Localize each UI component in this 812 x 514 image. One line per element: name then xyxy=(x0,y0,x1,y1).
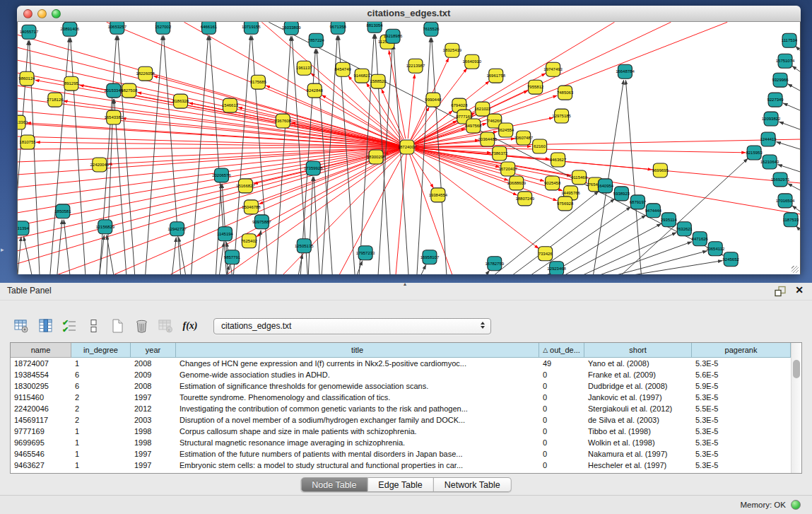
cell-title[interactable]: Estimation of the future numbers of pati… xyxy=(176,448,539,460)
cell-out_degree[interactable]: 0 xyxy=(539,426,584,437)
graph-node[interactable]: 10719155 xyxy=(242,22,261,34)
cell-year[interactable]: 2008 xyxy=(131,380,176,392)
graph-node[interactable]: 1810755 xyxy=(19,135,36,149)
cell-out_degree[interactable]: 0 xyxy=(539,448,584,460)
graph-edge[interactable] xyxy=(625,80,641,274)
graph-edge[interactable] xyxy=(71,37,86,274)
table-mode-icon[interactable] xyxy=(11,317,33,335)
graph-node[interactable]: 9025458 xyxy=(544,176,561,190)
tab-edge-table[interactable]: Edge Table xyxy=(367,477,433,492)
graph-edge[interactable] xyxy=(163,35,180,274)
cell-pagerank[interactable]: 5.3E-5 xyxy=(692,392,791,403)
graph-edge[interactable] xyxy=(314,177,319,274)
graph-node[interactable]: 9146821 xyxy=(353,69,370,83)
graph-edge[interactable] xyxy=(339,147,407,274)
graph-node[interactable]: 16958107 xyxy=(420,250,440,264)
graph-edge[interactable] xyxy=(382,89,404,139)
table-row[interactable]: 1456911722003Disruption of a novel membe… xyxy=(11,414,791,426)
cell-year[interactable]: 1997 xyxy=(131,448,176,460)
cell-short[interactable]: Tibbo et al. (1998) xyxy=(584,426,692,437)
cell-out_degree[interactable]: 0 xyxy=(539,437,584,448)
graph-node[interactable]: 9474444 xyxy=(645,204,662,218)
graph-node[interactable]: 8186328 xyxy=(172,94,189,108)
graph-node[interactable]: 7955812 xyxy=(527,80,544,94)
delete-table-icon[interactable]: x xyxy=(155,317,177,335)
graph-edge[interactable] xyxy=(256,230,261,274)
graph-edge[interactable] xyxy=(18,237,21,274)
column-header-short[interactable]: short xyxy=(584,343,692,358)
graph-node[interactable]: 7386372 xyxy=(491,146,508,160)
column-header-year[interactable]: year xyxy=(131,343,176,358)
graph-node[interactable]: 8471626 xyxy=(692,232,709,246)
table-row[interactable]: 2242004622012Investigating the contribut… xyxy=(11,403,791,414)
graph-node[interactable]: 18807249 xyxy=(515,192,534,206)
cell-title[interactable]: Investigating the contribution of common… xyxy=(176,403,539,414)
graph-node[interactable]: 733426 xyxy=(539,247,553,261)
graph-node[interactable]: 17359928 xyxy=(304,161,323,175)
cell-short[interactable]: Stergiakouli et al. (2012) xyxy=(584,403,692,414)
network-view[interactable]: 1872400798601248912951822605898275088186… xyxy=(18,22,800,274)
graph-edge[interactable] xyxy=(179,238,186,274)
graph-node[interactable]: 16033809 xyxy=(282,22,301,35)
graph-edge[interactable] xyxy=(783,103,800,110)
graph-node[interactable]: 15166827 xyxy=(236,179,255,193)
graph-node[interactable]: 9227349 xyxy=(767,93,784,107)
graph-node[interactable]: 1961137 xyxy=(296,61,312,75)
graph-node[interactable]: 19218986 xyxy=(384,29,403,43)
graph-node[interactable]: 2367608 xyxy=(275,114,292,128)
graph-node[interactable]: 15751074 xyxy=(776,54,795,68)
cell-in_degree[interactable]: 1 xyxy=(71,448,131,460)
graph-node[interactable]: 8454749 xyxy=(335,62,352,76)
graph-node[interactable]: 90975887 xyxy=(252,215,271,229)
graph-node[interactable]: 9329966 xyxy=(772,73,789,87)
cell-out_degree[interactable]: 0 xyxy=(539,369,584,380)
table-row[interactable]: 946362711997Embryonic stem cells: a mode… xyxy=(11,460,791,471)
graph-node[interactable]: 9827508 xyxy=(121,83,138,98)
graph-node[interactable]: 7857224 xyxy=(308,33,325,47)
graph-node[interactable]: 12156829 xyxy=(95,220,114,234)
graph-node[interactable]: 10688609 xyxy=(507,176,526,190)
graph-node[interactable]: 331394 xyxy=(18,221,30,235)
cell-out_degree[interactable]: 0 xyxy=(539,380,584,392)
cell-year[interactable]: 1997 xyxy=(131,392,176,403)
cell-pagerank[interactable]: 5.3E-5 xyxy=(692,448,791,460)
window-resize-grip[interactable] xyxy=(792,266,799,273)
graph-edge[interactable] xyxy=(50,37,69,274)
cell-short[interactable]: Wolkin et al. (1998) xyxy=(584,437,692,448)
cell-short[interactable]: Franke et al. (2009) xyxy=(584,369,692,380)
graph-edge[interactable] xyxy=(421,265,426,274)
splitter-arrow-icon[interactable]: ▴ xyxy=(404,281,406,287)
close-button[interactable] xyxy=(23,9,33,18)
cell-name[interactable]: 18724007 xyxy=(11,358,71,369)
function-builder-icon[interactable]: f(x) xyxy=(180,317,201,335)
cell-out_degree[interactable]: 0 xyxy=(539,392,584,403)
graph-node[interactable]: 12213363 xyxy=(18,115,28,129)
graph-node[interactable]: 20206576 xyxy=(212,168,231,182)
table-selector-dropdown[interactable]: citations_edges.txt xyxy=(213,318,491,334)
graph-node[interactable]: 1621022 xyxy=(474,102,491,116)
cell-pagerank[interactable]: 5.6E-5 xyxy=(692,369,791,380)
table-row[interactable]: 911546021997Tourette syndrome. Phenomeno… xyxy=(11,392,791,403)
cell-title[interactable]: Estimation of significance thresholds fo… xyxy=(176,380,539,392)
graph-node[interactable]: 6466161 xyxy=(201,22,218,34)
graph-edge[interactable] xyxy=(486,270,490,274)
graph-edge[interactable] xyxy=(634,261,722,274)
graph-edge[interactable] xyxy=(408,74,414,139)
cell-name[interactable]: 9463627 xyxy=(11,460,71,471)
cell-title[interactable]: Genome-wide association studies in ADHD. xyxy=(176,369,539,380)
graph-node[interactable]: 2935114 xyxy=(661,213,677,227)
graph-node[interactable]: 7615526 xyxy=(423,22,440,36)
graph-node[interactable]: 891295 xyxy=(64,76,79,90)
graph-edge[interactable] xyxy=(23,237,31,274)
create-column-icon[interactable] xyxy=(107,317,129,335)
cell-name[interactable]: 9777169 xyxy=(11,426,71,437)
table-row[interactable]: 969969511998Structural magnetic resonanc… xyxy=(11,437,791,448)
graph-edge[interactable] xyxy=(796,226,800,230)
graph-node[interactable]: 9756928 xyxy=(557,197,574,211)
graph-node[interactable]: 18325419 xyxy=(443,43,462,57)
graph-node[interactable]: 7632621 xyxy=(676,222,693,236)
float-panel-icon[interactable] xyxy=(774,286,787,300)
graph-node[interactable]: 6497568 xyxy=(465,119,482,133)
graph-node[interactable]: 9463627 xyxy=(550,153,567,167)
cell-name[interactable]: 18300295 xyxy=(11,380,71,392)
